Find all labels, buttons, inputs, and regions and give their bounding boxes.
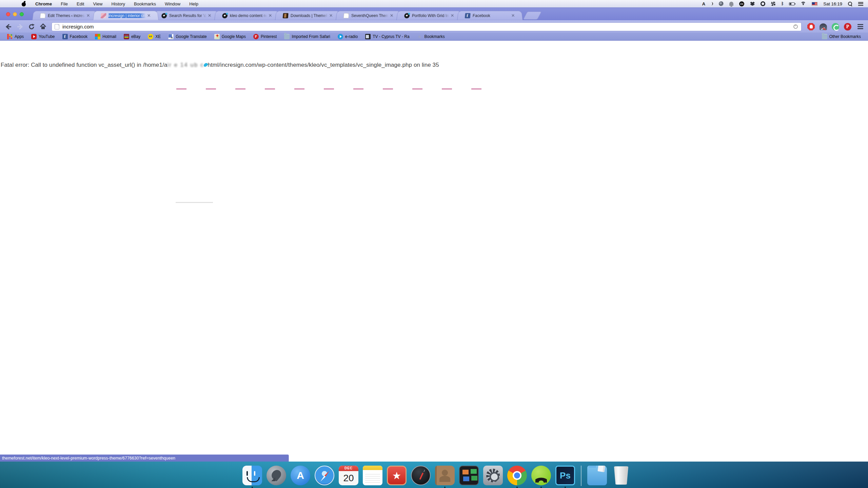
- notification-center-icon[interactable]: [858, 1, 863, 6]
- creative-cloud-icon[interactable]: Cc: [739, 1, 744, 6]
- new-tab-button[interactable]: [523, 12, 542, 20]
- url-text[interactable]: incresign.com: [62, 24, 793, 29]
- menu-file[interactable]: File: [56, 0, 72, 7]
- bookmarks-bar: Apps YouTube Facebook Hotmail eBay XE Go…: [0, 33, 868, 41]
- other-bookmarks-folder[interactable]: Other Bookmarks: [818, 33, 865, 41]
- us-flag-icon[interactable]: [812, 1, 817, 6]
- dock-trash[interactable]: [611, 464, 632, 487]
- tab-close-icon[interactable]: ✕: [328, 13, 334, 18]
- divider-line: [176, 202, 213, 203]
- tab-close-icon[interactable]: ✕: [85, 13, 91, 18]
- tab-close-icon[interactable]: ✕: [146, 13, 152, 18]
- dock-finder[interactable]: [242, 464, 263, 487]
- spotlight-search-icon[interactable]: [848, 1, 852, 6]
- minimize-window-button[interactable]: [13, 12, 17, 16]
- tab-close-icon[interactable]: ✕: [268, 13, 273, 18]
- menu-help[interactable]: Help: [185, 0, 203, 7]
- tab-close-icon[interactable]: ✕: [450, 13, 455, 18]
- tab-incresign-active[interactable]: incresign | interior creative ✕: [93, 11, 159, 20]
- dock-app-store[interactable]: [290, 464, 311, 487]
- tab-title: incresign | interior creative: [108, 13, 147, 18]
- dock-downloads[interactable]: [587, 464, 608, 487]
- zoom-magnifier-icon[interactable]: [793, 24, 798, 29]
- back-button[interactable]: [3, 22, 14, 32]
- bookmark-xe[interactable]: XE: [144, 33, 164, 41]
- chrome-menu-icon[interactable]: [856, 22, 865, 31]
- dock-calendar[interactable]: DEC 20: [338, 464, 359, 487]
- tab-close-icon[interactable]: ✕: [510, 13, 516, 18]
- facebook-icon: [62, 34, 68, 39]
- swirl-icon[interactable]: [719, 1, 724, 6]
- bluetooth-icon[interactable]: ᛒ: [781, 1, 783, 6]
- menu-history[interactable]: History: [107, 0, 129, 7]
- finder-icon: [242, 466, 262, 485]
- tab-seventhqueen[interactable]: SeventhQueen Themes De ✕: [336, 11, 401, 20]
- spotify-icon: [531, 466, 551, 485]
- menu-bar-clock[interactable]: Sat 16:19: [823, 1, 842, 6]
- crescent-icon[interactable]: [711, 1, 713, 6]
- dock-safari[interactable]: [314, 464, 335, 487]
- menu-edit[interactable]: Edit: [72, 0, 88, 7]
- dock-launchpad[interactable]: [266, 464, 287, 487]
- pinterest-extension-icon[interactable]: P: [843, 22, 852, 31]
- bookmark-imported-safari[interactable]: Imported From Safari: [280, 33, 334, 41]
- dock-notes[interactable]: [362, 464, 383, 487]
- bookmark-youtube[interactable]: YouTube: [27, 33, 58, 41]
- dock-photoshop[interactable]: Ps: [555, 464, 576, 487]
- tab-title: Facebook: [473, 13, 511, 18]
- adobe-icon[interactable]: A: [702, 1, 705, 6]
- tab-edit-themes[interactable]: Edit Themes ‹ incresign — ✕: [32, 11, 98, 20]
- tab-close-icon[interactable]: ✕: [389, 13, 394, 18]
- bookmark-pinterest[interactable]: Pinterest: [250, 33, 280, 41]
- close-window-button[interactable]: [6, 12, 10, 16]
- bookmark-hotmail[interactable]: Hotmail: [91, 33, 120, 41]
- macos-menu-bar: Chrome File Edit View History Bookmarks …: [0, 0, 868, 7]
- tab-facebook[interactable]: Facebook ✕: [457, 11, 523, 20]
- contacts-book-icon: [435, 466, 455, 485]
- bookmark-cyprus-tv[interactable]: TV - Cyprus TV - Ra: [361, 33, 413, 41]
- battery-icon[interactable]: [789, 1, 795, 6]
- dock-spotify[interactable]: [531, 464, 552, 487]
- target-icon[interactable]: [761, 1, 765, 6]
- tab-close-icon[interactable]: ✕: [207, 13, 212, 18]
- menu-view[interactable]: View: [88, 0, 107, 7]
- forward-button[interactable]: [15, 22, 25, 32]
- dock-wunderlist[interactable]: [386, 464, 407, 487]
- tab-portfolio-grid[interactable]: Portfolio With Grid Images ✕: [396, 11, 462, 20]
- hotmail-icon: [95, 34, 100, 39]
- adblock-stop-hand-icon[interactable]: [807, 22, 815, 31]
- bookmark-bookmarks[interactable]: ★Bookmarks: [413, 33, 449, 41]
- bookmark-eradio[interactable]: e-radio: [334, 33, 361, 41]
- pinwheel-icon[interactable]: [771, 1, 775, 6]
- bookmark-apps[interactable]: Apps: [3, 33, 27, 41]
- bookmark-google-translate[interactable]: Google Translate: [164, 33, 210, 41]
- dropbox-icon[interactable]: [750, 1, 755, 6]
- dock-chrome[interactable]: [507, 464, 528, 487]
- book-favicon: [283, 13, 289, 18]
- page-icon[interactable]: [55, 24, 59, 29]
- dock-contacts[interactable]: [434, 464, 455, 487]
- address-bar[interactable]: incresign.com: [52, 22, 802, 31]
- reload-button[interactable]: [26, 22, 37, 32]
- launchpad-rocket-icon: [267, 466, 286, 485]
- speedometer-icon[interactable]: [819, 22, 828, 31]
- dock-dashboard[interactable]: [410, 464, 431, 487]
- notifications-bell-icon[interactable]: [729, 1, 733, 6]
- bookmark-ebay[interactable]: eBay: [120, 33, 144, 41]
- wifi-icon[interactable]: [801, 1, 806, 6]
- bookmark-facebook[interactable]: Facebook: [59, 33, 92, 41]
- apple-menu-icon[interactable]: [22, 1, 26, 6]
- dock-mission-control[interactable]: [458, 464, 479, 487]
- zoom-window-button[interactable]: [20, 12, 24, 16]
- tab-title: Downloads | ThemeForest: [291, 13, 329, 18]
- green-swirl-extension-icon[interactable]: [831, 22, 840, 31]
- tab-downloads[interactable]: Downloads | ThemeForest ✕: [275, 11, 341, 20]
- home-button[interactable]: [38, 22, 48, 32]
- dock-system-preferences[interactable]: [482, 464, 504, 487]
- menu-window[interactable]: Window: [160, 0, 185, 7]
- tab-kleo-demo[interactable]: kleo demo content not inst ✕: [214, 11, 280, 20]
- menu-chrome[interactable]: Chrome: [31, 0, 56, 7]
- menu-bookmarks[interactable]: Bookmarks: [130, 0, 160, 7]
- bookmark-google-maps[interactable]: Google Maps: [211, 33, 250, 41]
- tab-search-results[interactable]: Search Results for 'demo c ✕: [154, 11, 219, 20]
